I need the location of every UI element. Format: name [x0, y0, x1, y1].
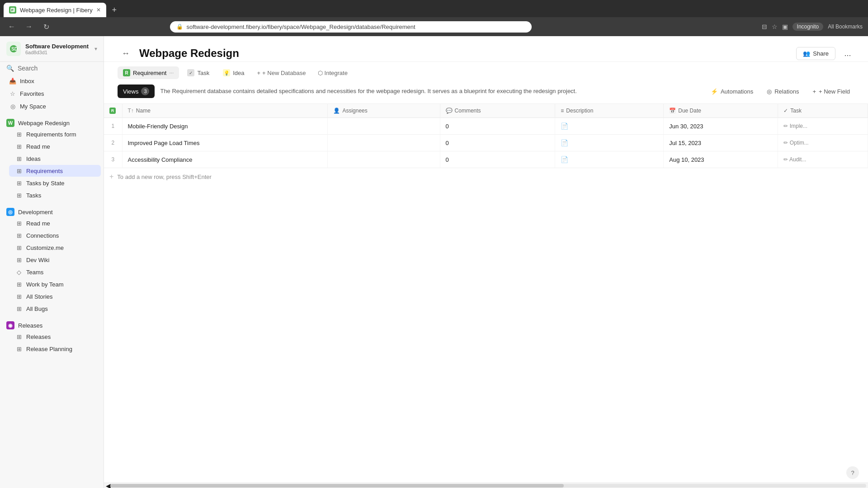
sidebar-item-tasks[interactable]: ⊞ Tasks [9, 189, 101, 201]
new-tab-button[interactable]: + [108, 4, 121, 16]
search-item[interactable]: 🔍 Search [0, 62, 104, 75]
address-bar[interactable]: 🔒 software-development.fibery.io/fibery/… [170, 21, 532, 33]
bookmark-star-icon[interactable]: ☆ [772, 23, 778, 30]
read-me-dev-label: Read me [26, 220, 50, 227]
sidebar-item-favorites[interactable]: ☆ Favorites [3, 88, 101, 99]
col-task[interactable]: ✓ Task [778, 104, 868, 118]
sidebar-item-teams[interactable]: ◇ Teams [9, 266, 101, 278]
page-actions: 👥 Share ... [796, 47, 854, 60]
page-header: ↔ Webpage Redesign 👥 Share ... [104, 36, 868, 62]
sidebar-item-work-by-team[interactable]: ⊞ Work by Team [9, 278, 101, 290]
share-button[interactable]: 👥 Share [796, 47, 835, 60]
cell-due-date: Jun 30, 2023 [664, 118, 778, 135]
requirement-options-icon[interactable]: ··· [169, 70, 174, 76]
description-col-label: Description [566, 108, 593, 114]
scrollbar-thumb[interactable] [110, 484, 564, 488]
col-description[interactable]: ≡ Description [555, 104, 664, 118]
tab-requirement-label: Requirement [133, 70, 166, 76]
active-tab[interactable]: F Webpage Redesign | Fibery ✕ [4, 3, 106, 17]
connections-label: Connections [26, 232, 59, 239]
browser-toolbar: ← → ↻ 🔒 software-development.fibery.io/f… [0, 17, 868, 36]
sidebar-group-development[interactable]: ◎ Development [0, 205, 104, 217]
webpage-redesign-group-icon: W [6, 119, 14, 127]
col-due-date[interactable]: 📅 Due Date [664, 104, 778, 118]
all-stories-label: All Stories [26, 293, 53, 300]
more-options-button[interactable]: ... [841, 47, 854, 60]
sidebar-item-releases[interactable]: ⊞ Releases [9, 331, 101, 343]
reload-button[interactable]: ↻ [40, 20, 52, 33]
col-comments[interactable]: 💬 Comments [440, 104, 555, 118]
automations-label: Automations [721, 88, 753, 95]
forward-button[interactable]: → [23, 20, 35, 33]
sidebar-item-customize-me[interactable]: ⊞ Customize.me [9, 242, 101, 253]
cell-task[interactable]: ✏ Imple... [778, 118, 868, 135]
views-button[interactable]: Views 3 [118, 84, 155, 98]
all-stories-icon: ⊞ [15, 293, 23, 300]
tab-close-button[interactable]: ✕ [96, 7, 101, 13]
sidebar-item-release-planning[interactable]: ⊞ Release Planning [9, 343, 101, 355]
add-row-hint[interactable]: + To add a new row, press Shift+Enter [104, 168, 868, 185]
tasks-by-state-icon: ⊞ [15, 179, 23, 187]
sidebar-item-all-stories[interactable]: ⊞ All Stories [9, 291, 101, 302]
table-row[interactable]: 2 Improved Page Load Times 0 📄 Jul 15, 2… [104, 135, 868, 151]
sidebar-item-dev-wiki[interactable]: ⊞ Dev Wiki [9, 254, 101, 266]
new-field-label: + New Field [819, 88, 850, 95]
sidebar-item-inbox[interactable]: 📥 Inbox [3, 75, 101, 87]
tab-idea[interactable]: 💡 Idea [217, 66, 250, 79]
cell-num: 2 [104, 135, 122, 151]
cell-assignees[interactable] [328, 118, 440, 135]
help-button[interactable]: ? [846, 466, 859, 479]
cell-name[interactable]: Improved Page Load Times [122, 135, 328, 151]
sidebar-group-releases[interactable]: ◉ Releases [0, 319, 104, 330]
cell-assignees[interactable] [328, 151, 440, 168]
horizontal-scrollbar[interactable]: ◀ [104, 483, 868, 488]
add-database-button[interactable]: + + New Database [253, 67, 311, 79]
req-col-icon: R [109, 108, 116, 114]
sidebar-group-webpage-redesign[interactable]: W Webpage Redesign [0, 116, 104, 128]
tab-requirement[interactable]: R Requirement ··· [118, 66, 179, 79]
sidebar-item-requirements[interactable]: ⊞ Requirements [9, 165, 101, 177]
cell-assignees[interactable] [328, 135, 440, 151]
cell-task[interactable]: ✏ Audit... [778, 151, 868, 168]
new-field-button[interactable]: + + New Field [808, 85, 854, 98]
cell-task[interactable]: ✏ Optim... [778, 135, 868, 151]
ellipsis-icon: ... [844, 49, 851, 58]
ideas-label: Ideas [26, 155, 41, 162]
cell-name[interactable]: Accessibility Compliance [122, 151, 328, 168]
tab-task[interactable]: ✓ Task [182, 66, 215, 79]
search-label: Search [18, 65, 38, 72]
col-name[interactable]: T↑ Name [122, 104, 328, 118]
sidebar-item-all-bugs[interactable]: ⊞ All Bugs [9, 303, 101, 314]
all-bugs-label: All Bugs [26, 305, 48, 312]
sidebar-item-read-me-dev[interactable]: ⊞ Read me [9, 217, 101, 229]
sidebar-item-requirements-form[interactable]: ⊞ Requirements form [9, 128, 101, 140]
cell-num: 1 [104, 118, 122, 135]
new-field-icon: + [812, 88, 816, 95]
automations-button[interactable]: ⚡ Automations [706, 85, 758, 98]
sidebar-item-connections[interactable]: ⊞ Connections [9, 230, 101, 241]
development-group-label: Development [18, 209, 53, 216]
table-row[interactable]: 3 Accessibility Compliance 0 📄 Aug 10, 2… [104, 151, 868, 168]
cell-description: 📄 [555, 118, 664, 135]
relations-icon: ◎ [767, 88, 772, 95]
cell-name[interactable]: Mobile-Friendly Design [122, 118, 328, 135]
views-label: Views [123, 88, 138, 95]
sidebar-item-tasks-by-state[interactable]: ⊞ Tasks by State [9, 177, 101, 189]
scroll-left-arrow[interactable]: ◀ [106, 482, 110, 488]
integrate-button[interactable]: ⬡ Integrate [313, 67, 352, 79]
col-assignees[interactable]: 👤 Assignees [328, 104, 440, 118]
table-row[interactable]: 1 Mobile-Friendly Design 0 📄 Jun 30, 202… [104, 118, 868, 135]
sidebar-item-read-me-wp[interactable]: ⊞ Read me [9, 141, 101, 152]
sidebar-item-myspace[interactable]: ◎ My Space [3, 100, 101, 112]
sidebar-toggle-icon[interactable]: ▣ [782, 23, 788, 30]
sidebar-item-ideas[interactable]: ⊞ Ideas [9, 153, 101, 164]
description-text: The Requirement database contains detail… [160, 87, 700, 96]
requirements-table: R T↑ Name 👤 Assignees [104, 104, 868, 168]
cell-due-date: Aug 10, 2023 [664, 151, 778, 168]
back-button[interactable]: ← [5, 20, 18, 33]
relations-button[interactable]: ◎ Relations [762, 85, 803, 98]
workspace-chevron-icon[interactable]: ▾ [94, 46, 97, 52]
releases-sub-items: ⊞ Releases ⊞ Release Planning [0, 330, 104, 355]
all-bookmarks-label[interactable]: All Bookmarks [828, 23, 863, 30]
requirements-form-label: Requirements form [26, 131, 76, 138]
